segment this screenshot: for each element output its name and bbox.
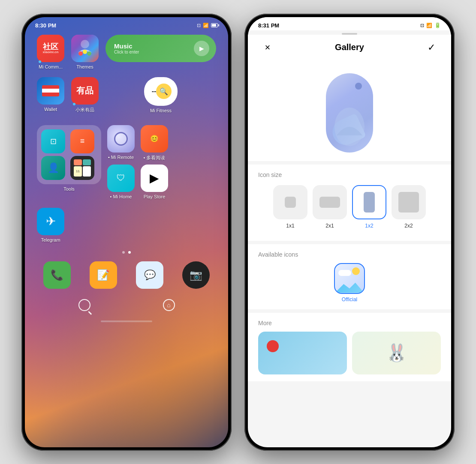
size-option-1x1[interactable]: 1x1 <box>273 185 307 229</box>
svg-point-2 <box>78 51 83 56</box>
mountain-shape <box>335 278 364 293</box>
phone-1: 8:30 PM ⊡ 📶 社区 xiaomi.cn <box>21 14 232 451</box>
search-icon <box>78 299 90 311</box>
music-title: Music <box>114 42 139 50</box>
fitness-label: Mi Fitness <box>150 108 172 113</box>
dock-messages[interactable]: 💬 <box>136 261 163 289</box>
battery-icon-2: 🔋 <box>434 22 441 28</box>
nav-home[interactable]: ⌂ <box>160 296 178 314</box>
close-button[interactable]: × <box>260 40 275 55</box>
app-mi-community[interactable]: 社区 xiaomi.cn Mi Comm... <box>37 35 64 69</box>
nav-bar: ⌂ <box>25 293 228 320</box>
status-bar-2: 8:31 PM ⊡ 📶 🔋 <box>248 17 451 30</box>
available-icons-section: Available icons Official <box>248 244 451 309</box>
size-box-1x1[interactable] <box>273 185 307 219</box>
fitness-widget[interactable]: -- 🔍 <box>144 77 178 106</box>
app-youpin[interactable]: 有品 小米有品 <box>71 77 99 113</box>
dock-notes[interactable]: 📝 <box>90 261 117 289</box>
size-label-1x1: 1x1 <box>286 223 294 229</box>
nav-search[interactable] <box>76 296 93 314</box>
themes-label: Themes <box>76 64 93 69</box>
page-dots <box>25 248 228 257</box>
app-mi-remote[interactable]: • Mi Remote <box>107 125 135 161</box>
play-store-label: Play Store <box>144 194 166 199</box>
standalone-row-2: 🛡 • Mi Home ▶ Play Store <box>107 165 216 199</box>
app-wallet[interactable]: Wallet <box>37 77 64 113</box>
dock-phone[interactable]: 📞 <box>43 261 71 289</box>
folder-calc-icon: ≡ <box>70 129 94 153</box>
gallery-icon-art <box>326 73 373 153</box>
duokan-label: • 多看阅读 <box>144 155 166 161</box>
size-inner-1x1 <box>285 197 296 208</box>
status-icons-1: ⊡ 📶 <box>197 23 218 28</box>
wifi-icon: 📶 <box>203 23 209 28</box>
size-inner-2x1 <box>319 197 340 208</box>
battery-icon <box>211 23 218 27</box>
fitness-icon: 🔍 <box>156 84 172 99</box>
size-option-2x1[interactable]: 2x1 <box>313 185 347 229</box>
official-icon-art <box>334 263 365 294</box>
anime-art: 🐰 <box>352 332 441 374</box>
icon-size-title: Icon size <box>258 171 441 178</box>
mi-remote-label: • Mi Remote <box>108 155 134 160</box>
standalone-row-1: • Mi Remote 😊 • 多看阅读 <box>107 125 216 161</box>
app-play-store[interactable]: ▶ Play Store <box>141 165 168 199</box>
bottom-section: ✈ Telegram <box>25 203 228 248</box>
size-inner-1x2 <box>364 192 375 213</box>
separator-2 <box>248 241 451 244</box>
folder-contacts-icon: 👤 <box>41 156 65 180</box>
wallet-flag <box>42 85 59 96</box>
available-icon-official[interactable]: Official <box>258 263 441 302</box>
svg-point-4 <box>87 51 91 56</box>
sun-shape <box>352 267 360 275</box>
music-sub: Click to enter <box>114 50 139 54</box>
status-time-2: 8:31 PM <box>258 22 279 29</box>
gallery-screen: 8:31 PM ⊡ 📶 🔋 × Gallery ✓ <box>248 17 451 447</box>
dock-camera[interactable]: 📷 <box>182 261 210 289</box>
more-icon-2[interactable]: 🐰 <box>352 332 441 374</box>
standalone-icons: • Mi Remote 😊 • 多看阅读 🛡 • Mi Home <box>107 125 216 199</box>
size-label-2x2: 2x2 <box>404 223 413 229</box>
notification-dot <box>39 60 41 63</box>
more-icon-1[interactable] <box>258 332 347 374</box>
home-icon: ⌂ <box>163 299 175 311</box>
svg-point-3 <box>83 50 87 54</box>
size-option-1x2[interactable]: 1x2 <box>352 185 386 229</box>
mi-community-label: Mi Comm... <box>39 64 63 69</box>
tools-folder[interactable]: ⊡ ≡ 👤 11 <box>37 125 101 184</box>
app-mi-fitness[interactable]: -- 🔍 Mi Fitness <box>105 77 216 113</box>
cloud-shape <box>338 270 351 276</box>
more-icon-1-dot <box>267 340 279 352</box>
size-label-1x2: 1x2 <box>365 223 373 229</box>
app-telegram[interactable]: ✈ Telegram <box>37 208 64 242</box>
confirm-button[interactable]: ✓ <box>424 40 439 55</box>
music-play-button[interactable]: ▶ <box>194 41 209 56</box>
more-title: More <box>258 320 441 326</box>
size-box-2x1[interactable] <box>313 185 347 219</box>
screen-record-icon: ⊡ <box>197 23 201 28</box>
gallery-title: Gallery <box>335 42 364 52</box>
size-box-1x2[interactable] <box>352 185 386 219</box>
telegram-label: Telegram <box>41 237 60 242</box>
app-row-2: Wallet 有品 小米有品 -- 🔍 Mi Fitness <box>25 74 228 117</box>
app-row-1: 社区 xiaomi.cn Mi Comm... <box>25 30 228 74</box>
size-options: 1x1 2x1 1x2 <box>258 185 441 229</box>
music-widget[interactable]: Music Click to enter ▶ <box>105 35 216 62</box>
size-box-2x2[interactable] <box>392 185 426 219</box>
folder-multi-icon: 11 <box>70 156 94 180</box>
youpin-label: 小米有品 <box>75 107 94 113</box>
dock: 📞 📝 💬 📷 <box>25 257 228 293</box>
app-mi-home[interactable]: 🛡 • Mi Home <box>107 165 135 199</box>
app-duokan[interactable]: 😊 • 多看阅读 <box>141 125 168 161</box>
size-option-2x2[interactable]: 2x2 <box>392 185 426 229</box>
size-inner-2x2 <box>398 192 419 213</box>
page-dot-1 <box>122 251 125 254</box>
gallery-art <box>335 264 364 293</box>
available-icons-title: Available icons <box>258 251 441 258</box>
fitness-value: -- <box>152 87 157 95</box>
youpin-dot <box>73 103 75 105</box>
status-time-1: 8:30 PM <box>35 22 56 29</box>
size-label-2x1: 2x1 <box>325 223 334 229</box>
gallery-svg-art <box>330 84 369 148</box>
app-themes[interactable]: Themes <box>71 35 99 69</box>
